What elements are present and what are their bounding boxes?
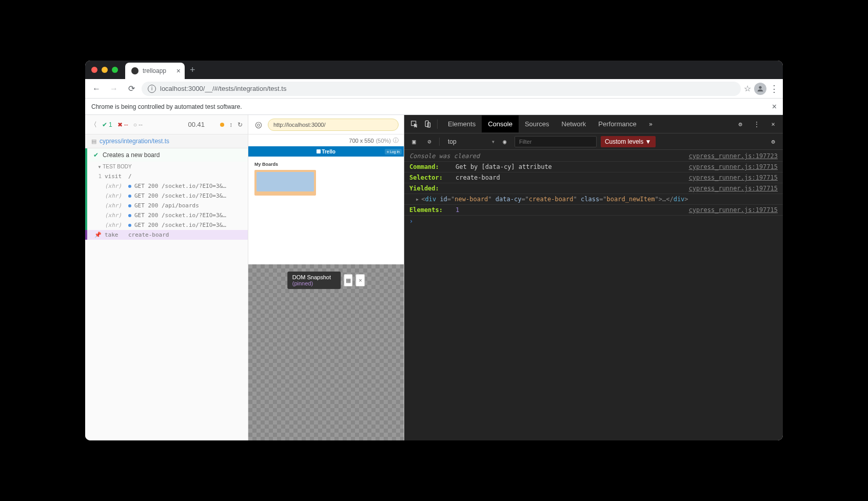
browser-tab[interactable]: trelloapp × <box>125 63 185 79</box>
snapshot-close-icon[interactable]: × <box>356 274 365 286</box>
snapshot-label: DOM Snapshot (pinned) ▦ × <box>287 272 365 289</box>
bookmark-icon[interactable]: ☆ <box>744 84 751 93</box>
devtools-tab-sources[interactable]: Sources <box>519 115 556 132</box>
xhr-dot-icon <box>128 224 131 227</box>
site-info-icon[interactable]: i <box>148 85 156 93</box>
cmd-msg: / <box>128 173 244 180</box>
devtools-menu-icon[interactable]: ⋮ <box>751 119 762 130</box>
log-key: Yielded: <box>409 185 450 192</box>
devtools-tab-console[interactable]: Console <box>482 115 519 132</box>
app-header: Trello ⎆ Log in <box>248 146 404 157</box>
cmd-type: take <box>105 232 125 238</box>
devtools-tab-network[interactable]: Network <box>556 115 593 132</box>
aut-header: ◎ http://localhost:3000/ <box>248 115 404 134</box>
tab-close-icon[interactable]: × <box>176 67 181 75</box>
console-context[interactable]: top <box>444 138 487 145</box>
console-filter-input[interactable] <box>515 136 597 147</box>
log-val: 1 <box>456 206 459 214</box>
svg-rect-2 <box>425 121 428 126</box>
collapse-icon[interactable]: 〈 <box>90 120 97 129</box>
yielded-element[interactable]: ▸<div id="new-board" data-cy="create-boa… <box>409 196 688 203</box>
cmd-pinned[interactable]: 📌 take create-board <box>85 230 248 240</box>
log-source[interactable]: cypress_runner.js:197715 <box>689 174 778 181</box>
login-button[interactable]: ⎆ Log in <box>385 149 402 155</box>
devtools-tab-performance[interactable]: Performance <box>592 115 642 132</box>
trello-logo-icon: Trello <box>317 149 336 155</box>
console-sidebar-icon[interactable]: ▣ <box>408 136 420 147</box>
context-dropdown-icon[interactable]: ▾ <box>491 138 495 145</box>
profile-avatar-icon[interactable] <box>754 83 766 95</box>
svg-point-0 <box>759 86 761 88</box>
minimize-window-icon[interactable] <box>102 67 108 73</box>
aut-iframe[interactable]: Trello ⎆ Log in My Boards <box>248 146 404 264</box>
url-field[interactable]: i localhost:3000/__/#/tests/integration/… <box>142 82 741 96</box>
log-key: Selector: <box>409 174 450 181</box>
aut-url-text: http://localhost:3000/ <box>273 122 326 128</box>
check-icon: ✔ <box>93 151 98 159</box>
cmd-msg: GET 200 /socket.io/?EIO=3&… <box>134 212 244 219</box>
snapshot-text: DOM Snapshot <box>292 274 331 280</box>
cmd-type: (xhr) <box>105 192 125 199</box>
cmd-msg: GET 200 /socket.io/?EIO=3&… <box>134 222 244 228</box>
device-toolbar-icon[interactable] <box>422 119 433 130</box>
test-title[interactable]: ✔ Creates a new board <box>85 148 248 162</box>
xhr-dot-icon <box>128 185 131 188</box>
expand-icon[interactable]: ▸ <box>416 196 419 203</box>
next-icon[interactable]: ↕ <box>229 121 232 128</box>
spec-file[interactable]: ▤ cypress/integration/test.ts <box>85 134 248 148</box>
cmd-row[interactable]: (xhr)GET 200 /socket.io/?EIO=3&… <box>85 210 248 220</box>
new-tab-button[interactable]: + <box>190 65 195 75</box>
log-source[interactable]: cypress_runner.js:197723 <box>689 152 778 160</box>
file-icon: ▤ <box>91 138 96 145</box>
tab-title: trelloapp <box>143 67 166 74</box>
live-expression-icon[interactable]: ◉ <box>499 136 510 147</box>
clear-console-icon[interactable]: ⊘ <box>424 136 435 147</box>
console-settings-icon[interactable]: ⚙ <box>767 136 779 147</box>
nav-forward-icon[interactable]: → <box>107 82 121 96</box>
devtools-tab-elements[interactable]: Elements <box>442 115 482 132</box>
cmd-msg: create-board <box>128 232 244 238</box>
log-source[interactable]: cypress_runner.js:197715 <box>689 206 778 214</box>
rerun-icon[interactable]: ↻ <box>238 121 243 128</box>
create-board-tile[interactable] <box>254 170 316 196</box>
inspect-element-icon[interactable] <box>408 119 420 130</box>
nav-reload-icon[interactable]: ⟳ <box>124 82 139 96</box>
cmd-type: (xhr) <box>105 183 125 189</box>
log-source[interactable]: cypress_runner.js:197715 <box>689 163 778 170</box>
address-bar: ← → ⟳ i localhost:3000/__/#/tests/integr… <box>85 79 783 99</box>
devtools-close-icon[interactable]: × <box>767 119 779 130</box>
chrome-menu-icon[interactable]: ⋮ <box>770 83 779 94</box>
infobar-close-icon[interactable]: × <box>772 102 777 111</box>
log-row-dom: ▸<div id="new-board" data-cy="create-boa… <box>404 194 783 205</box>
cypress-reporter: 〈 ✔ 1 ✖ -- ○ -- 00.41 ↕ ↻ ▤ cypress/inte… <box>85 115 248 440</box>
cmd-row[interactable]: 1visit/ <box>85 171 248 181</box>
viewport-size: 700 x 550 <box>349 138 373 144</box>
stat-pending: ○ -- <box>133 121 143 128</box>
maximize-window-icon[interactable] <box>112 67 118 73</box>
cmd-row[interactable]: (xhr)GET 200 /socket.io/?EIO=3&… <box>85 181 248 191</box>
more-tabs-icon[interactable]: » <box>645 121 657 128</box>
snapshot-highlight-icon[interactable]: ▦ <box>344 274 353 286</box>
xhr-dot-icon <box>128 214 131 217</box>
cmd-type: (xhr) <box>105 222 125 228</box>
cmd-row[interactable]: (xhr)GET 200 /api/boards <box>85 201 248 210</box>
log-key: Elements: <box>409 206 450 214</box>
info-icon[interactable]: ⓘ <box>393 137 399 144</box>
close-window-icon[interactable] <box>91 67 97 73</box>
url-text: localhost:3000/__/#/tests/integration/te… <box>160 85 286 92</box>
settings-gear-icon[interactable]: ⚙ <box>735 119 746 130</box>
log-levels-dropdown[interactable]: Custom levels ▼ <box>601 136 656 147</box>
stat-failed: ✖ -- <box>117 121 128 128</box>
nav-back-icon[interactable]: ← <box>89 82 104 96</box>
log-val: Get by [data-cy] attribute <box>456 163 552 170</box>
cmd-row[interactable]: (xhr)GET 200 /socket.io/?EIO=3&… <box>85 191 248 201</box>
cmd-row[interactable]: (xhr)GET 200 /socket.io/?EIO=3&… <box>85 220 248 230</box>
selector-playground-icon[interactable]: ◎ <box>253 120 264 130</box>
console-prompt[interactable]: › <box>404 216 783 227</box>
log-source[interactable]: cypress_runner.js:197715 <box>689 185 778 192</box>
aut-dimensions: 700 x 550 (50%) ⓘ <box>248 134 404 146</box>
aut-url-field[interactable]: http://localhost:3000/ <box>268 119 399 131</box>
spec-file-path: cypress/integration/test.ts <box>100 138 169 145</box>
window-traffic-lights <box>91 67 118 73</box>
snapshot-pinned: (pinned) <box>292 280 313 286</box>
